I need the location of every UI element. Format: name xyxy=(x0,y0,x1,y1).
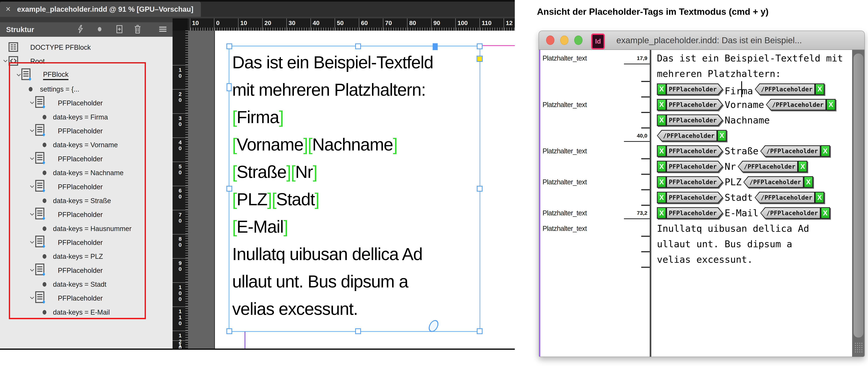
tree-attribute[interactable]: data-keys = E-Mail xyxy=(53,308,110,316)
tree-element[interactable]: PFPlaceholder xyxy=(58,155,103,163)
story-line[interactable]: XPFPlaceholderE-Mail/PFPlaceholderX xyxy=(657,205,830,221)
add-element-icon[interactable] xyxy=(116,25,123,35)
pfplaceholder-open-tag[interactable]: XPFPlaceholder xyxy=(657,145,723,157)
story-line[interactable]: XPFPlaceholderNachname xyxy=(657,113,770,128)
chevron-down-icon[interactable] xyxy=(30,157,34,161)
dot-icon[interactable] xyxy=(97,26,103,33)
frame-in-port[interactable] xyxy=(226,83,231,91)
minimize-button[interactable] xyxy=(560,35,568,45)
story-line[interactable]: XPFPlaceholderPLZ/PFPlaceholderX xyxy=(657,174,813,190)
pfplaceholder-open-tag[interactable]: XPFPlaceholder xyxy=(657,207,723,219)
tree-element[interactable]: PFPlaceholder xyxy=(58,295,103,302)
story-text[interactable]: PLZ xyxy=(724,177,742,187)
story-text[interactable]: Firma xyxy=(724,81,753,97)
selected-text-frame[interactable]: Das ist ein Beispiel-Textfeldmit mehrere… xyxy=(229,46,480,332)
trash-icon[interactable] xyxy=(134,25,142,35)
zoom-button[interactable] xyxy=(574,35,583,45)
story-text[interactable]: velias excessunt. xyxy=(657,254,753,265)
story-text[interactable]: Das ist ein Beispiel-Textfeld mit xyxy=(657,53,843,64)
pfplaceholder-open-tag[interactable]: XPFPlaceholder xyxy=(657,176,723,188)
tree-element[interactable]: PFPlaceholder xyxy=(58,99,103,107)
tree-element[interactable]: Root xyxy=(30,58,45,65)
tab-close-icon[interactable]: ✕ xyxy=(5,5,11,13)
style-column-divider[interactable] xyxy=(650,50,651,357)
story-line[interactable]: XPFPlaceholderFirma/PFPlaceholderX xyxy=(657,82,825,97)
story-line[interactable]: XPFPlaceholderStadt/PFPlaceholderX xyxy=(657,190,824,205)
story-text[interactable]: E-Mail xyxy=(724,208,758,218)
tree-attribute[interactable]: data-keys = Nachname xyxy=(53,169,124,177)
tree-element[interactable]: PFPlaceholder xyxy=(58,267,103,274)
pfplaceholder-open-tag[interactable]: XPFPlaceholder xyxy=(657,84,723,95)
chevron-down-icon[interactable] xyxy=(30,213,34,217)
pfplaceholder-close-tag[interactable]: /PFPlaceholderX xyxy=(755,192,825,203)
scrollbar-thumb[interactable] xyxy=(854,54,863,338)
tree-element[interactable]: PFPlaceholder xyxy=(58,211,103,219)
story-editor-body[interactable]: Platzhalter_text17,9Das ist ein Beispiel… xyxy=(539,50,864,357)
frame-handle-top-right[interactable] xyxy=(477,43,483,49)
pfplaceholder-close-tag[interactable]: /PFPlaceholderX xyxy=(657,130,726,142)
tree-attribute[interactable]: data-keys = Vorname xyxy=(53,141,118,149)
story-text[interactable]: Stadt xyxy=(724,192,753,203)
tree-element[interactable]: PFPlaceholder xyxy=(58,127,103,135)
story-text[interactable]: Nachname xyxy=(724,115,770,126)
pfplaceholder-open-tag[interactable]: XPFPlaceholder xyxy=(657,161,723,172)
frame-selected-point-handle[interactable] xyxy=(433,43,438,50)
story-line[interactable]: /PFPlaceholderX xyxy=(657,128,726,144)
story-text[interactable]: Straße xyxy=(724,146,758,156)
pfplaceholder-close-tag[interactable]: /PFPlaceholderX xyxy=(755,84,825,95)
tree-attribute[interactable]: settings = {... xyxy=(40,85,80,93)
frame-handle-bottom-left[interactable] xyxy=(226,328,232,334)
pfplaceholder-open-tag[interactable]: XPFPlaceholder xyxy=(657,99,723,111)
pfplaceholder-close-tag[interactable]: /PFPlaceholderX xyxy=(738,161,807,172)
story-text[interactable]: ullaut unt. Bus dipsum a xyxy=(657,239,792,249)
chevron-down-icon[interactable] xyxy=(30,241,34,245)
chevron-down-icon[interactable] xyxy=(30,269,34,272)
corner-options-handle[interactable] xyxy=(476,56,483,62)
lightning-icon[interactable] xyxy=(77,25,84,34)
story-line[interactable]: mehreren Platzhaltern: xyxy=(657,66,781,82)
pfplaceholder-close-tag[interactable]: /PFPlaceholderX xyxy=(766,99,836,111)
story-text[interactable]: Inullatq uibusan dellica Ad xyxy=(657,223,809,234)
frame-handle-bottom-right[interactable] xyxy=(477,328,483,334)
chevron-down-icon[interactable] xyxy=(30,185,34,189)
frame-handle-mid-right[interactable] xyxy=(477,186,483,191)
story-text[interactable]: mehreren Platzhaltern: xyxy=(657,68,781,79)
close-button[interactable] xyxy=(546,35,554,45)
chevron-down-icon[interactable] xyxy=(17,73,21,77)
story-line[interactable]: Inullatq uibusan dellica Ad xyxy=(657,221,809,236)
tree-attribute[interactable]: data-keys = Straße xyxy=(53,197,111,205)
chevron-down-icon[interactable] xyxy=(3,59,8,63)
tree-attribute[interactable]: data-keys = PLZ xyxy=(53,253,103,261)
story-line[interactable]: XPFPlaceholderStraße/PFPlaceholderX xyxy=(657,143,830,159)
story-line[interactable]: XPFPlaceholderNr/PFPlaceholderX xyxy=(657,159,807,174)
story-line[interactable]: velias excessunt. xyxy=(657,252,753,267)
tree-attribute[interactable]: data-keys = Hausnummer xyxy=(53,225,131,233)
panel-menu-icon[interactable] xyxy=(158,26,167,33)
tree-element[interactable]: PFBlock xyxy=(43,70,68,80)
pfplaceholder-close-tag[interactable]: /PFPlaceholderX xyxy=(743,176,813,188)
frame-handle-bottom-mid[interactable] xyxy=(355,328,361,334)
window-title-bar[interactable]: Id example_placeholder.indd: Das ist ein… xyxy=(539,31,864,50)
frame-handle-top-left[interactable] xyxy=(226,43,232,49)
pfplaceholder-open-tag[interactable]: XPFPlaceholder xyxy=(657,192,723,203)
pfplaceholder-close-tag[interactable]: /PFPlaceholderX xyxy=(760,207,830,219)
story-line[interactable]: ullaut unt. Bus dipsum a xyxy=(657,236,792,252)
frame-handle-mid-left[interactable] xyxy=(226,186,232,191)
tree-element[interactable]: DOCTYPE PFBlock xyxy=(30,43,91,51)
document-tab[interactable]: ✕ example_placeholder.indd @ 91 % [GPU–V… xyxy=(0,2,201,17)
chevron-down-icon[interactable] xyxy=(30,101,34,105)
story-line[interactable]: Das ist ein Beispiel-Textfeld mit xyxy=(657,51,843,66)
story-text[interactable]: Nr xyxy=(724,161,736,172)
tree-element[interactable]: PFPlaceholder xyxy=(58,239,103,246)
resize-grip-icon[interactable] xyxy=(854,342,863,353)
tree-attribute[interactable]: data-keys = Stadt xyxy=(53,280,106,288)
scrollbar-track[interactable] xyxy=(852,50,865,357)
story-text[interactable]: Vorname xyxy=(724,99,764,110)
frame-handle-top-mid[interactable] xyxy=(355,43,361,49)
story-line[interactable]: XPFPlaceholderVorname/PFPlaceholderX xyxy=(657,97,836,113)
pfplaceholder-close-tag[interactable]: /PFPlaceholderX xyxy=(760,145,830,157)
tree-attribute[interactable]: data-keys = Firma xyxy=(53,113,108,121)
tree-element[interactable]: PFPlaceholder xyxy=(58,183,103,191)
chevron-down-icon[interactable] xyxy=(30,296,34,300)
chevron-down-icon[interactable] xyxy=(30,129,34,133)
